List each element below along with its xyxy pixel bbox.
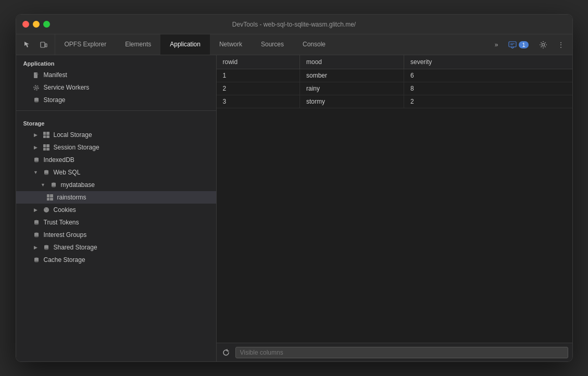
- toolbar-right: » 1 ⋮: [486, 34, 572, 55]
- visible-columns-input[interactable]: [235, 347, 568, 358]
- tab-console[interactable]: Console: [293, 34, 335, 55]
- svg-point-23: [46, 210, 47, 211]
- cell-mood: rainy: [300, 82, 404, 95]
- cell-rowid: 1: [217, 69, 300, 82]
- toolbar-tabs: OPFS Explorer Elements Application Netwo…: [55, 34, 335, 55]
- more-tabs-button[interactable]: »: [491, 40, 503, 50]
- refresh-button[interactable]: [221, 347, 231, 358]
- table-row[interactable]: 3stormy2: [217, 95, 572, 108]
- sidebar-item-cache-storage[interactable]: Cache Storage: [16, 254, 216, 266]
- table-body: 1somber62rainy83stormy2: [217, 69, 572, 108]
- web-sql-label: Web SQL: [54, 169, 81, 176]
- cylinder-icon: [33, 156, 40, 164]
- svg-rect-0: [41, 42, 45, 47]
- cylinder-icon: [43, 244, 50, 251]
- sidebar-item-session-storage[interactable]: ▶ Session Storage: [16, 141, 216, 154]
- settings-button[interactable]: [535, 39, 552, 51]
- col-header-rowid[interactable]: rowid: [217, 55, 300, 69]
- tab-opfs[interactable]: OPFS Explorer: [55, 34, 116, 55]
- chevron-down-icon: ▼: [33, 169, 39, 176]
- svg-point-7: [35, 86, 37, 89]
- app-section-header: Application: [16, 55, 216, 69]
- sidebar-item-storage-app[interactable]: Storage: [16, 94, 216, 106]
- indexeddb-label: IndexedDB: [44, 156, 74, 164]
- svg-point-8: [34, 85, 39, 90]
- main-content: Application Manifest: [16, 55, 572, 361]
- col-header-severity[interactable]: severity: [404, 55, 572, 69]
- table-row[interactable]: 2rainy8: [217, 82, 572, 95]
- tab-network[interactable]: Network: [210, 34, 252, 55]
- cylinder-icon: [50, 181, 57, 189]
- chevron-right-icon: ▶: [33, 244, 39, 250]
- cell-mood: stormy: [300, 95, 404, 108]
- sidebar-item-mydatabase[interactable]: ▼ mydatabase: [16, 179, 216, 191]
- notifications-button[interactable]: 1: [504, 40, 532, 50]
- inspect-icon[interactable]: [20, 38, 34, 52]
- content-area: rowid mood severity 1somber62rainy83stor…: [217, 55, 572, 361]
- storage-section-header: Storage: [16, 115, 216, 129]
- doc-icon: [33, 71, 40, 79]
- maximize-button[interactable]: [43, 21, 50, 28]
- toolbar: OPFS Explorer Elements Application Netwo…: [16, 34, 572, 55]
- cylinder-icon: [33, 219, 40, 226]
- sidebar-divider-1: [16, 110, 216, 111]
- sidebar-item-service-workers[interactable]: Service Workers: [16, 81, 216, 94]
- devtools-window: DevTools - web-sql-to-sqlite-wasm.glitch…: [16, 14, 573, 362]
- close-button[interactable]: [22, 21, 29, 28]
- manifest-label: Manifest: [44, 71, 67, 79]
- sidebar-item-interest-groups[interactable]: Interest Groups: [16, 229, 216, 241]
- svg-point-30: [34, 236, 39, 237]
- sidebar-item-manifest[interactable]: Manifest: [16, 69, 216, 81]
- table-row[interactable]: 1somber6: [217, 69, 572, 82]
- trust-tokens-label: Trust Tokens: [44, 219, 79, 226]
- bottom-bar: [217, 343, 572, 361]
- local-storage-label: Local Storage: [54, 131, 92, 139]
- cell-mood: somber: [300, 69, 404, 82]
- gear-icon: [33, 84, 40, 91]
- cookie-icon: [43, 206, 50, 214]
- sidebar-item-local-storage[interactable]: ▶ Local Storage: [16, 129, 216, 141]
- tab-application[interactable]: Application: [160, 34, 210, 55]
- svg-point-17: [44, 173, 48, 175]
- svg-point-20: [52, 186, 56, 187]
- svg-point-27: [34, 223, 39, 225]
- data-table: rowid mood severity 1somber62rainy83stor…: [217, 55, 572, 108]
- storage-app-label: Storage: [44, 96, 66, 104]
- sidebar-item-indexeddb[interactable]: IndexedDB: [16, 154, 216, 166]
- grid-icon: [43, 131, 50, 139]
- svg-point-24: [47, 208, 47, 209]
- window-title: DevTools - web-sql-to-sqlite-wasm.glitch…: [232, 21, 356, 28]
- cell-severity: 6: [404, 69, 572, 82]
- chevron-right-icon: ▶: [33, 207, 39, 213]
- rainstorms-label: rainstorms: [57, 194, 86, 201]
- tab-sources[interactable]: Sources: [252, 34, 293, 55]
- table-container[interactable]: rowid mood severity 1somber62rainy83stor…: [217, 55, 572, 343]
- sidebar-item-rainstorms[interactable]: rainstorms: [16, 191, 216, 204]
- svg-point-22: [45, 208, 46, 209]
- cell-severity: 2: [404, 95, 572, 108]
- menu-button[interactable]: ⋮: [554, 40, 568, 50]
- cylinder-icon: [33, 256, 40, 264]
- tab-elements[interactable]: Elements: [116, 34, 160, 55]
- grid-icon: [43, 144, 50, 151]
- sidebar-item-web-sql[interactable]: ▼ Web SQL: [16, 166, 216, 179]
- sidebar-item-trust-tokens[interactable]: Trust Tokens: [16, 216, 216, 229]
- minimize-button[interactable]: [33, 21, 40, 28]
- col-header-mood[interactable]: mood: [300, 55, 404, 69]
- svg-rect-1: [45, 44, 47, 47]
- cookies-label: Cookies: [54, 206, 76, 214]
- notification-badge: 1: [519, 41, 528, 48]
- sidebar-item-shared-storage[interactable]: ▶ Shared Storage: [16, 241, 216, 254]
- cache-storage-label: Cache Storage: [44, 256, 85, 264]
- svg-point-5: [542, 43, 544, 46]
- chevron-right-icon: ▶: [33, 132, 39, 138]
- service-workers-label: Service Workers: [44, 84, 90, 91]
- session-storage-label: Session Storage: [54, 144, 99, 151]
- svg-point-14: [34, 161, 39, 162]
- chevron-right-icon: ▶: [33, 144, 39, 151]
- svg-point-36: [34, 261, 39, 262]
- sidebar: Application Manifest: [16, 55, 217, 361]
- sidebar-item-cookies[interactable]: ▶ Cookies: [16, 204, 216, 216]
- shared-storage-label: Shared Storage: [54, 244, 97, 251]
- device-toolbar-icon[interactable]: [37, 38, 51, 52]
